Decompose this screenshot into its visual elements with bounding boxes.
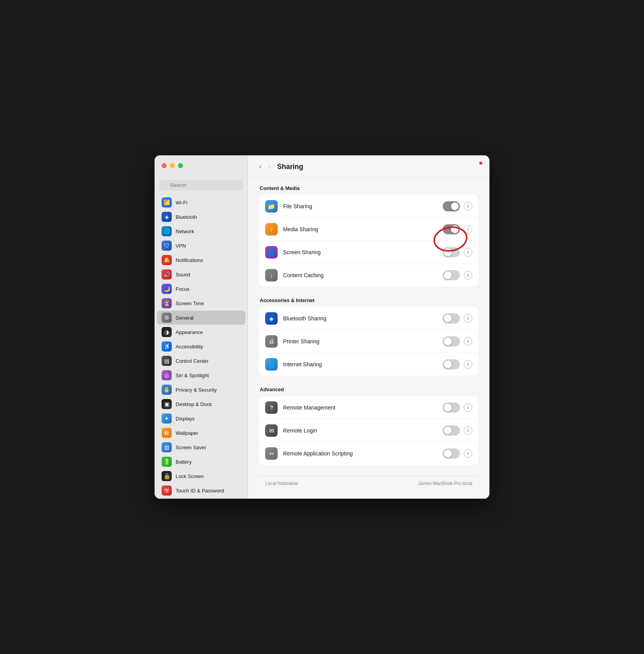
- notification-dot: [479, 162, 482, 165]
- info-button-remote-login[interactable]: i: [464, 426, 472, 435]
- info-button-file-sharing[interactable]: i: [464, 202, 472, 211]
- setting-icon-printer-sharing: 🖨: [265, 335, 278, 348]
- sidebar-item-wallpaper[interactable]: ✿Wallpaper: [157, 426, 245, 440]
- sidebar-item-displays[interactable]: ✦Displays: [157, 411, 245, 425]
- control-group-media-sharing: i: [443, 224, 472, 234]
- setting-row-bluetooth-sharing: ◈Bluetooth Sharingi: [259, 307, 479, 330]
- toggle-knob-remote-management: [444, 404, 452, 411]
- control-group-remote-app-scripting: i: [443, 448, 472, 459]
- sidebar-item-controlcenter[interactable]: ▤Control Center: [157, 354, 245, 368]
- setting-label-media-sharing: Media Sharing: [283, 226, 437, 232]
- sidebar-item-vpn[interactable]: 🛡VPN: [157, 239, 245, 253]
- sidebar-item-screentime[interactable]: ⏳Screen Time: [157, 296, 245, 310]
- system-preferences-window: 🔍 📶Wi-Fi◈Bluetooth🌐Network🛡VPN🔔Notificat…: [155, 155, 489, 499]
- toggle-internet-sharing[interactable]: [443, 359, 460, 369]
- section-title-accessories-internet: Accessories & Internet: [259, 297, 479, 303]
- toggle-knob-remote-app-scripting: [444, 450, 452, 457]
- screentime-icon: ⏳: [162, 298, 172, 308]
- footer-row: Local hostname James-MacBook-Pro.local: [259, 476, 479, 491]
- control-group-file-sharing: i: [443, 201, 472, 211]
- battery-icon: 🔋: [162, 457, 172, 467]
- toggle-remote-app-scripting[interactable]: [443, 448, 460, 459]
- sidebar-label-privacy: Privacy & Security: [176, 387, 216, 393]
- sidebar-item-wifi[interactable]: 📶Wi-Fi: [157, 195, 245, 209]
- toggle-screen-sharing[interactable]: [443, 247, 460, 257]
- toggle-knob-file-sharing: [451, 202, 459, 210]
- maximize-button[interactable]: [178, 163, 183, 168]
- forward-button[interactable]: ›: [266, 162, 272, 171]
- info-button-remote-management[interactable]: i: [464, 403, 472, 412]
- close-button[interactable]: [162, 163, 167, 168]
- sidebar-label-general: General: [176, 315, 194, 321]
- sidebar-item-battery[interactable]: 🔋Battery: [157, 455, 245, 469]
- setting-row-remote-app-scripting: ✂Remote Application Scriptingi: [259, 442, 479, 465]
- search-container: 🔍: [155, 177, 248, 195]
- setting-label-screen-sharing: Screen Sharing: [283, 249, 437, 255]
- sidebar-item-notifications[interactable]: 🔔Notifications: [157, 253, 245, 267]
- sidebar-item-focus[interactable]: 🌙Focus: [157, 282, 245, 296]
- setting-icon-bluetooth-sharing: ◈: [265, 312, 278, 325]
- sidebar-item-appearance[interactable]: ◑Appearance: [157, 325, 245, 339]
- setting-label-remote-app-scripting: Remote Application Scripting: [283, 450, 437, 457]
- control-group-content-caching: i: [443, 270, 472, 280]
- toggle-knob-printer-sharing: [444, 338, 452, 345]
- search-input[interactable]: [159, 180, 243, 190]
- setting-label-internet-sharing: Internet Sharing: [283, 361, 437, 367]
- sidebar-label-touchid: Touch ID & Password: [176, 488, 224, 494]
- setting-icon-file-sharing: 📁: [265, 200, 278, 213]
- sidebar-label-battery: Battery: [176, 459, 192, 465]
- info-button-printer-sharing[interactable]: i: [464, 337, 472, 346]
- control-group-remote-login: i: [443, 425, 472, 436]
- sidebar-item-lockscreen[interactable]: 🔒Lock Screen: [157, 469, 245, 483]
- toggle-media-sharing[interactable]: [443, 224, 460, 234]
- sidebar-items: 📶Wi-Fi◈Bluetooth🌐Network🛡VPN🔔Notificatio…: [155, 195, 248, 498]
- sidebar-item-siri[interactable]: ◎Siri & Spotlight: [157, 368, 245, 382]
- search-wrapper: 🔍: [159, 180, 243, 190]
- wallpaper-icon: ✿: [162, 428, 172, 438]
- setting-label-bluetooth-sharing: Bluetooth Sharing: [283, 315, 437, 322]
- toggle-remote-management[interactable]: [443, 403, 460, 413]
- toggle-remote-login[interactable]: [443, 425, 460, 436]
- sound-icon: 🔊: [162, 269, 172, 280]
- info-button-content-caching[interactable]: i: [464, 271, 472, 280]
- control-group-screen-sharing: i: [443, 247, 472, 257]
- info-button-media-sharing[interactable]: i: [464, 225, 472, 234]
- setting-label-content-caching: Content Caching: [283, 272, 437, 278]
- toggle-knob-media-sharing: [451, 225, 459, 233]
- section-content-media: Content & Media📁File Sharingi♪Media Shar…: [259, 185, 479, 287]
- page-title: Sharing: [277, 163, 303, 171]
- info-button-internet-sharing[interactable]: i: [464, 360, 472, 369]
- info-button-remote-app-scripting[interactable]: i: [464, 449, 472, 458]
- setting-icon-remote-app-scripting: ✂: [265, 447, 278, 460]
- sidebar-item-accessibility[interactable]: ♿Accessibility: [157, 339, 245, 353]
- sidebar-item-privacy[interactable]: ✋Privacy & Security: [157, 383, 245, 397]
- sidebar-item-sound[interactable]: 🔊Sound: [157, 267, 245, 281]
- footer-label: Local hostname: [265, 481, 298, 486]
- setting-row-screen-sharing: 👤Screen Sharingi: [259, 241, 479, 264]
- info-button-screen-sharing[interactable]: i: [464, 248, 472, 257]
- section-title-content-media: Content & Media: [259, 185, 479, 191]
- sidebar-label-siri: Siri & Spotlight: [176, 373, 209, 378]
- sidebar-item-bluetooth[interactable]: ◈Bluetooth: [157, 210, 245, 224]
- touchid-icon: ♈: [162, 485, 172, 496]
- sidebar-label-notifications: Notifications: [176, 257, 203, 263]
- toggle-knob-remote-login: [444, 427, 452, 434]
- info-button-bluetooth-sharing[interactable]: i: [464, 314, 472, 323]
- toggle-bluetooth-sharing[interactable]: [443, 313, 460, 323]
- minimize-button[interactable]: [170, 163, 175, 168]
- sidebar-label-bluetooth: Bluetooth: [176, 214, 197, 220]
- content-area: Content & Media📁File Sharingi♪Media Shar…: [248, 178, 489, 499]
- privacy-icon: ✋: [162, 385, 172, 395]
- toggle-file-sharing[interactable]: [443, 201, 460, 211]
- back-button[interactable]: ‹: [257, 162, 263, 171]
- sidebar-item-touchid[interactable]: ♈Touch ID & Password: [157, 483, 245, 498]
- toggle-printer-sharing[interactable]: [443, 336, 460, 346]
- sidebar-item-screensaver[interactable]: ▨Screen Saver: [157, 440, 245, 454]
- sidebar: 🔍 📶Wi-Fi◈Bluetooth🌐Network🛡VPN🔔Notificat…: [155, 155, 248, 499]
- toggle-content-caching[interactable]: [443, 270, 460, 280]
- setting-icon-remote-management: 🔭: [265, 401, 278, 414]
- displays-icon: ✦: [162, 413, 172, 424]
- sidebar-item-general[interactable]: ⚙General: [157, 311, 245, 325]
- sidebar-item-network[interactable]: 🌐Network: [157, 224, 245, 238]
- sidebar-item-desktop[interactable]: ▣Desktop & Dock: [157, 397, 245, 411]
